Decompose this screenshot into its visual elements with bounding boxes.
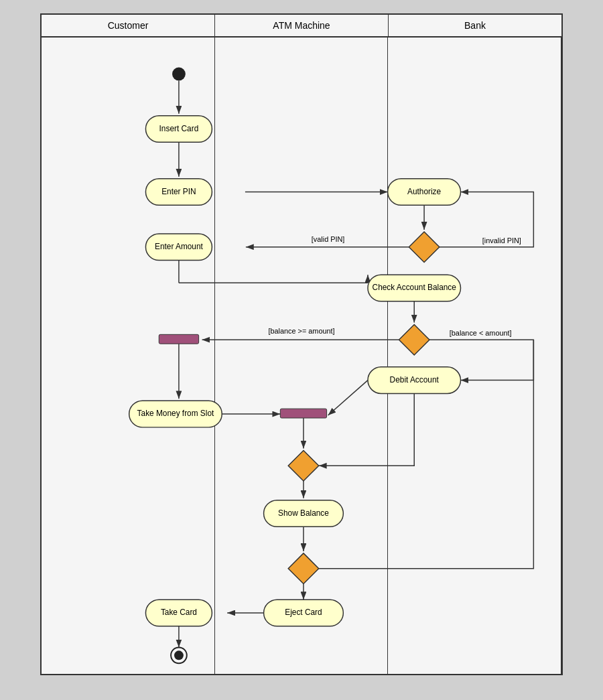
label-eject-card: Eject Card [285,608,322,617]
fork-bar-1 [159,334,198,344]
diamond-merge [288,451,319,482]
label-authorize: Authorize [407,187,442,196]
label-enter-amount: Enter Amount [155,242,204,251]
swim-lanes: Insert Card Enter PIN Authorize [valid P… [42,38,561,674]
label-enter-pin: Enter PIN [161,187,196,196]
label-valid-pin: [valid PIN] [312,235,345,243]
arrow-debit-fork2 [328,380,368,415]
label-take-money: Take Money from Slot [137,409,214,418]
diamond-authorize-decision [409,232,440,263]
lane-header-customer: Customer [42,15,215,36]
label-take-card: Take Card [161,608,197,617]
diamond-balance-decision [399,324,429,355]
arrow-debit-to-diamond3 [319,393,415,466]
label-check-balance: Check Account Balance [373,283,457,292]
diamond-4 [288,553,319,584]
diagram-svg: Insert Card Enter PIN Authorize [valid P… [42,38,561,674]
lane-header-bank: Bank [389,15,561,36]
label-balance-gte: [balance >= amount] [268,327,334,335]
label-insert-card: Insert Card [159,124,199,133]
label-balance-lt: [balance < amount] [450,329,512,337]
header-row: Customer ATM Machine Bank [42,15,561,38]
lane-header-atm: ATM Machine [215,15,389,36]
label-debit-account: Debit Account [390,375,440,384]
label-invalid-pin: [invalid PIN] [482,236,521,244]
label-show-balance: Show Balance [278,508,329,518]
fork-bar-2 [280,409,326,418]
diagram-container: Customer ATM Machine Bank Insert Card [40,13,563,675]
final-node-inner [174,650,184,660]
initial-node [172,68,186,81]
